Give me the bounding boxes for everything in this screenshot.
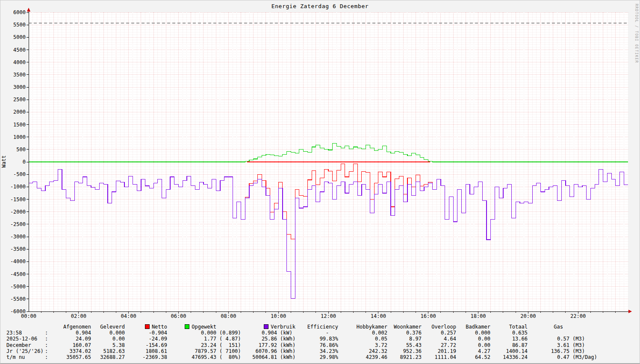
table-cell: 13.66 — [490, 336, 528, 342]
table-cell: 86.87 — [490, 342, 528, 348]
table-row: 2025-12-06:24.090.00-24.091.77( 4.87)25.… — [6, 336, 597, 342]
column-header-blank — [6, 324, 45, 330]
column-header-efficiency: Efficiency — [295, 324, 338, 330]
energy-chart: 6000550050004500400035003000250020001500… — [0, 0, 640, 323]
table-cell: 5.38 — [91, 342, 125, 348]
column-header-geleverd: Geleverd — [91, 324, 125, 330]
table-cell: 0.257 — [422, 330, 456, 336]
table-cell: -0.904 — [125, 330, 167, 336]
y-axis-arrow — [27, 8, 30, 12]
table-cell: December — [6, 342, 45, 348]
table-cell: 99.83% — [295, 336, 338, 342]
table-cell: 3.72 — [338, 342, 387, 348]
table-cell: 1.77( 4.87) — [167, 336, 241, 342]
x-tick-label: 14:00 — [371, 313, 386, 319]
column-header-badkamer: Badkamer — [456, 324, 490, 330]
table-cell: : — [45, 354, 50, 360]
table-cell: 50064.81(kWh) — [241, 354, 295, 360]
table-cell: 242.32 — [338, 348, 387, 354]
y-tick-label: -3000 — [10, 234, 26, 240]
netto-legend-swatch — [145, 324, 150, 329]
table-cell: Jr ('25/'26) — [6, 348, 45, 354]
x-tick-label: 10:00 — [271, 313, 286, 319]
table-cell: 0.904(kW) — [241, 330, 295, 336]
verbruik-legend-swatch — [264, 324, 268, 329]
table-cell: 64.52 — [456, 354, 490, 360]
x-tick-label: 18:00 — [470, 313, 486, 319]
table-cell: 1111.04 — [422, 354, 456, 360]
column-header-overloop: Overloop — [422, 324, 456, 330]
table-cell: 0.000(0.899) — [167, 330, 241, 336]
table-row: December:160.075.38-154.6923.24( 151)177… — [6, 342, 597, 348]
column-header-gas: Gas — [528, 324, 597, 330]
table-cell: 952.36 — [387, 348, 422, 354]
table-cell: 0.000 — [91, 330, 125, 336]
table-cell: 32688.27 — [91, 354, 125, 360]
column-header-opgewekt: Opgewekt — [167, 324, 241, 330]
x-tick-label: 00:00 — [21, 313, 36, 319]
table-cell: - — [295, 330, 338, 336]
column-header-verbruik: Verbruik — [241, 324, 295, 330]
opgewekt-legend-swatch — [185, 324, 189, 329]
y-tick-label: -500 — [13, 171, 26, 177]
column-header-totaal: Totaal — [490, 324, 528, 330]
table-cell: 23:58 — [6, 330, 45, 336]
table-cell: 27.72 — [422, 342, 456, 348]
y-tick-label: -2500 — [10, 221, 26, 227]
y-tick-label: 6000 — [13, 9, 26, 15]
table-cell: -154.69 — [125, 342, 167, 348]
table-cell: 25.86(kWh) — [241, 336, 295, 342]
table-cell: t/m nu — [6, 354, 45, 360]
table-cell: : — [45, 336, 50, 342]
table-cell: 1400.14 — [490, 348, 528, 354]
table-cell: 34.23% — [295, 348, 338, 354]
table-cell: 4239.46 — [338, 354, 387, 360]
y-tick-label: -4500 — [10, 271, 26, 277]
table-cell: 5182.63 — [91, 348, 125, 354]
table-cell: 136.75(M3) — [528, 348, 597, 354]
table-cell: -2369.38 — [125, 354, 167, 360]
table-cell: 4.64 — [422, 336, 456, 342]
y-tick-label: 5500 — [13, 22, 26, 28]
table-row: 23:58:0.9040.000-0.9040.000(0.899)0.904(… — [6, 330, 597, 336]
table-cell: 24.09 — [50, 336, 91, 342]
y-tick-label: 0 — [23, 159, 26, 165]
table-cell: 0.904 — [50, 330, 91, 336]
y-tick-label: 3000 — [13, 84, 26, 90]
x-tick-label: 22:00 — [570, 313, 586, 319]
table-cell: 0.57(M3) — [528, 336, 597, 342]
x-tick-label: 20:00 — [520, 313, 536, 319]
table-cell: 177.92(kWh) — [241, 342, 295, 348]
x-tick-label: 04:00 — [121, 313, 136, 319]
y-tick-label: -4000 — [10, 258, 26, 264]
y-tick-label: 3500 — [13, 72, 26, 78]
table-cell: 76.86% — [295, 342, 338, 348]
x-axis-arrow — [628, 310, 632, 313]
table-row: Jr ('25/'26):3374.025182.631808.617879.5… — [6, 348, 597, 354]
y-tick-label: 500 — [16, 147, 26, 153]
y-tick-label: -1500 — [10, 197, 26, 203]
y-tick-label: -2000 — [10, 209, 26, 215]
column-header-netto: Netto — [125, 324, 167, 330]
y-tick-label: 2000 — [13, 109, 26, 115]
table-cell: 3374.02 — [50, 348, 91, 354]
x-tick-label: 12:00 — [321, 313, 336, 319]
table-cell: 14336.24 — [490, 354, 528, 360]
table-cell: 23.24( 151) — [167, 342, 241, 348]
y-tick-label: 5000 — [13, 34, 26, 40]
y-tick-label: 1500 — [13, 122, 26, 128]
x-tick-label: 06:00 — [171, 313, 186, 319]
table-cell: 201.19 — [422, 348, 456, 354]
legend-table: AfgenomenGeleverdNettoOpgewektVerbruikEf… — [6, 324, 597, 360]
table-cell: 1808.61 — [125, 348, 167, 354]
table-cell: -24.09 — [125, 336, 167, 342]
table-cell: 160.07 — [50, 342, 91, 348]
table-cell: 2025-12-06 — [6, 336, 45, 342]
table-cell: 0.000 — [456, 330, 490, 336]
y-tick-label: -5000 — [10, 284, 26, 290]
table-cell: 3.61(M3) — [528, 342, 597, 348]
x-tick-label: 08:00 — [221, 313, 236, 319]
y-tick-label: -5500 — [10, 296, 26, 302]
table-cell: 0.05 — [338, 336, 387, 342]
table-cell: 8921.23 — [387, 354, 422, 360]
